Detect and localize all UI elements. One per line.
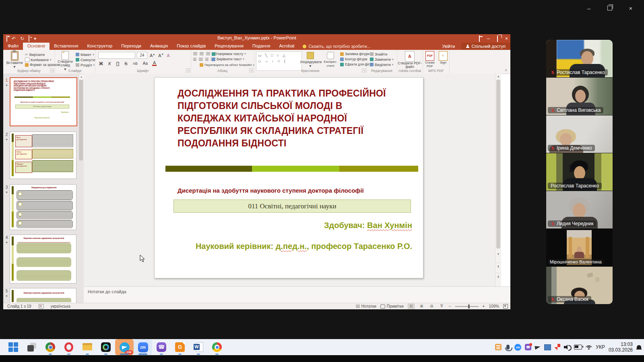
clear-formatting-button[interactable]: А — [166, 53, 171, 58]
thumbnail-slide-3[interactable]: Завдання дослідження — [10, 184, 76, 230]
new-slide-button[interactable]: Створити слайд▾ — [56, 51, 75, 71]
scrollbar-thumb[interactable] — [79, 80, 83, 160]
animation-star-icon[interactable]: ★ — [4, 138, 9, 141]
tray-app-icon[interactable] — [495, 344, 502, 350]
tab-view[interactable]: Подання — [248, 43, 275, 50]
spell-check-icon[interactable] — [39, 304, 43, 309]
tab-insert[interactable]: Вставлення — [50, 43, 83, 50]
grow-font-button[interactable]: А▲ — [149, 53, 156, 58]
animation-star-icon[interactable]: ★ — [4, 84, 9, 87]
battery-icon[interactable] — [574, 345, 582, 350]
comments-toggle[interactable]: Примітки — [380, 304, 404, 309]
thumbnail-slide-5[interactable]: Наукова новизна одержаних результатів — [10, 288, 76, 303]
security-shield-icon[interactable] — [555, 344, 560, 350]
ribbon-display-options-icon[interactable] — [479, 36, 480, 41]
cut-button[interactable]: ✂Вирізати — [25, 52, 45, 57]
align-center-icon[interactable] — [199, 58, 203, 61]
next-slide-button[interactable]: ⇟ — [495, 273, 501, 280]
scroll-up-icon[interactable]: ▲ — [78, 74, 84, 80]
scrollbar-thumb[interactable] — [496, 80, 500, 249]
zoom-slider[interactable] — [455, 306, 479, 307]
sign-in-button[interactable]: Увійти — [437, 44, 460, 49]
taskbar-telegram[interactable]: 136 — [115, 339, 134, 355]
font-dialog-launcher[interactable]: ↘ — [186, 68, 190, 72]
close-icon[interactable]: × — [626, 5, 635, 12]
reset-button[interactable]: Скинути — [76, 58, 95, 62]
slide-scrollbar[interactable]: ▲ ▼ ⇞ ⇟ — [495, 74, 501, 286]
thumbnail-scrollbar[interactable]: ▲ — [78, 74, 83, 303]
character-spacing-button[interactable]: АВ — [132, 62, 138, 66]
previous-slide-button[interactable]: ⇞ — [495, 263, 501, 270]
text-direction-button[interactable]: Напрямок тексту▾ — [212, 52, 246, 56]
thumbnail-slide-2[interactable]: Мета дослідження Об'єкт дослідження Пред… — [10, 132, 76, 179]
supervisor-line[interactable]: Науковий керівник: д.пед.н., професор Та… — [190, 242, 412, 251]
participant-video-5[interactable]: Лидия Чередник — [546, 191, 613, 228]
strikethrough-button[interactable]: S — [124, 61, 128, 66]
indent-icon[interactable] — [206, 52, 210, 56]
slideshow-view-button[interactable]: ∇ — [439, 304, 445, 309]
tab-slideshow[interactable]: Показ слайдів — [172, 43, 210, 50]
align-left-icon[interactable] — [193, 58, 196, 61]
smartart-button[interactable]: Перетворити на об'єкт SmartArt▾ — [200, 63, 254, 67]
drawing-dialog-launcher[interactable]: ↘ — [362, 68, 366, 72]
slide-editing-area[interactable]: ДОСЛІДЖЕННЯ ТА ПРАКТИКА ПРОФЕСІЙНОЇ ПІДГ… — [84, 74, 495, 286]
layout-button[interactable]: Макет▾ — [76, 52, 94, 57]
thumbnail-slide-4[interactable]: Наукова новизна одержаних результатів — [10, 234, 76, 284]
participant-video-2[interactable]: Світлана Виговська — [546, 78, 613, 115]
taskbar-opera[interactable] — [60, 339, 78, 355]
find-button[interactable]: Знайти — [370, 52, 387, 56]
restore-icon[interactable] — [605, 6, 614, 10]
notes-pane[interactable]: Нотатки до слайда — [84, 286, 510, 303]
tray-zoom-icon[interactable]: zm — [514, 344, 521, 351]
align-right-icon[interactable] — [205, 58, 208, 61]
thumbnail-slide-1[interactable]: ДОСЛІДЖЕННЯ ТА ПРАКТИКА ПРОФЕСІЙНОЇПІДГО… — [10, 77, 77, 126]
tray-viber-icon[interactable]: ☎ — [525, 344, 531, 350]
underline-button[interactable]: П — [115, 61, 120, 66]
slide-subtitle[interactable]: Дисертація на здобуття наукового ступеня… — [178, 187, 403, 194]
notifications-bell-icon[interactable] — [636, 345, 642, 350]
slide-canvas[interactable]: ДОСЛІДЖЕННЯ ТА ПРАКТИКА ПРОФЕСІЙНОЇ ПІДГ… — [154, 77, 423, 278]
scroll-up-icon[interactable]: ▲ — [495, 74, 501, 79]
tray-display-icon[interactable] — [544, 344, 551, 350]
clock[interactable]: 13:0303.03.2026 — [609, 341, 633, 353]
shape-fill-button[interactable]: Заливка фігури — [340, 52, 369, 56]
copy-button[interactable]: Копіювати▾ — [25, 58, 51, 62]
change-case-button[interactable]: Аа — [142, 61, 149, 66]
shape-outline-button[interactable]: Контур фігури — [340, 57, 367, 61]
wifi-icon[interactable] — [586, 345, 592, 350]
taskbar-viber[interactable]: ☎ — [152, 339, 171, 355]
scroll-down-icon[interactable]: ▼ — [495, 251, 501, 257]
ppt-restore-icon[interactable] — [497, 36, 498, 41]
task-view-button[interactable] — [23, 339, 41, 355]
wps-sign-button[interactable]: ✎ Sign — [438, 51, 448, 65]
tab-transitions[interactable]: Переходи — [117, 43, 146, 50]
paste-button[interactable]: Вставити▾ — [6, 51, 23, 69]
zoom-level[interactable]: 109% — [489, 304, 499, 309]
fit-slide-icon[interactable] — [503, 304, 508, 309]
participant-video-7[interactable]: Оксана Васюк — [546, 267, 613, 304]
notes-toggle[interactable]: Нотатки — [356, 304, 376, 309]
quick-styles-button[interactable]: Експрес-стилі — [322, 51, 339, 68]
replace-button[interactable]: Замінити▾ — [370, 57, 393, 62]
animation-star-icon[interactable]: ★ — [4, 294, 9, 298]
font-name-input[interactable] — [98, 52, 135, 59]
microphone-icon[interactable] — [506, 345, 510, 350]
tell-me-box[interactable]: Скажіть, що потрібно зробити... — [299, 43, 374, 50]
language-indicator[interactable]: УКР — [596, 344, 605, 350]
taskbar-file-explorer[interactable] — [78, 339, 97, 355]
arrange-button[interactable]: Упорядкувати▾ — [300, 51, 321, 68]
slide-title[interactable]: ДОСЛІДЖЕННЯ ТА ПРАКТИКА ПРОФЕСІЙНОЇ ПІДГ… — [178, 87, 417, 150]
participant-video-3[interactable]: Ірина Демченко — [546, 115, 613, 153]
taskbar-pdf-app[interactable]: G — [171, 339, 189, 355]
tab-review[interactable]: Рецензування — [210, 43, 248, 50]
volume-icon[interactable] — [564, 344, 570, 350]
create-pdf-button[interactable]: A Створити PDF-файл — [398, 51, 422, 69]
section-button[interactable]: Розділ▾ — [76, 63, 95, 67]
tab-file[interactable]: Файл — [3, 43, 23, 50]
participant-video-1[interactable]: Ростислав Тарасенко — [546, 40, 613, 77]
animation-star-icon[interactable]: ★ — [4, 191, 9, 194]
collapse-ribbon-icon[interactable]: ˄ — [505, 68, 507, 72]
taskbar-word[interactable]: W — [189, 339, 208, 355]
italic-button[interactable]: К — [107, 61, 111, 66]
shrink-font-button[interactable]: А▼ — [157, 53, 164, 58]
